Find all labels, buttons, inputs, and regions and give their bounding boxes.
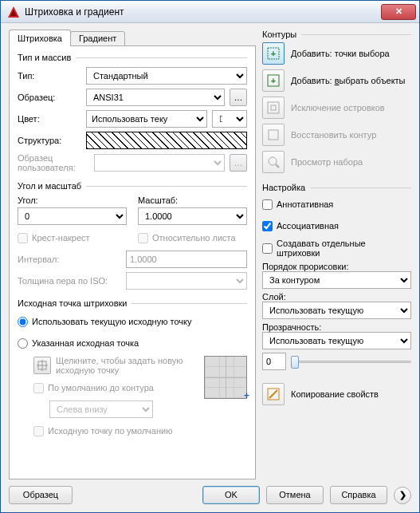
origin-group-title: Исходная точка штриховки (18, 298, 127, 308)
swatch-preview[interactable] (86, 132, 247, 149)
custom-pattern-label: Образец пользователя: (18, 153, 89, 172)
inherit-properties-label: Копирование свойств (291, 389, 411, 400)
islands-icon (266, 101, 281, 115)
view-selection-label: Просмотр набора (291, 157, 411, 168)
transparency-combo[interactable]: Использовать текущую (262, 332, 411, 349)
draw-order-label: Порядок прорисовки: (262, 262, 411, 271)
svg-text:+: + (271, 49, 276, 58)
crosshair-icon (37, 360, 48, 371)
tab-panel: Тип и массив Тип: Стандартный Образец: A… (9, 45, 256, 479)
settings-title: Настройка (262, 183, 305, 192)
interval-input (126, 251, 247, 268)
boundaries-title: Контуры (262, 30, 296, 39)
bg-color-combo[interactable]: ☐ (212, 110, 247, 128)
pattern-label: Образец: (18, 93, 81, 102)
angle-combo[interactable]: 0 (18, 207, 127, 225)
cross-checkbox: Крест-накрест (18, 233, 127, 243)
svg-rect-11 (269, 130, 278, 140)
default-to-boundary-checkbox: По умолчанию до контура (33, 379, 198, 397)
pattern-combo[interactable]: ANSI31 (86, 89, 225, 106)
transparency-label: Прозрачность: (262, 322, 411, 332)
type-label: Тип: (18, 71, 81, 81)
pick-origin-button (33, 357, 51, 374)
tab-strip: Штриховка Градиент (9, 30, 256, 46)
svg-rect-9 (268, 102, 279, 113)
add-pick-points-label: Добавить: точки выбора (291, 49, 411, 59)
svg-text:+: + (271, 76, 276, 85)
color-combo[interactable]: Использовать теку (86, 110, 207, 128)
iso-combo (126, 272, 247, 290)
origin-current-radio[interactable]: Использовать текущую исходную точку (18, 313, 247, 330)
magnifier-icon (266, 155, 281, 169)
preview-button[interactable]: Образец (9, 486, 73, 504)
draw-order-combo[interactable]: За контуром (262, 271, 411, 289)
angle-group-title: Угол и масштаб (18, 181, 81, 191)
view-selection-button (262, 151, 285, 173)
add-select-objects-label: Добавить: выбрать объекты (291, 76, 411, 86)
add-pick-points-button[interactable]: + (262, 42, 285, 65)
angle-label: Угол: (18, 195, 127, 205)
layer-combo[interactable]: Использовать текущую (262, 302, 411, 319)
inherit-properties-button[interactable] (262, 383, 285, 405)
remove-islands-button (262, 97, 285, 119)
titlebar: Штриховка и градиент ✕ (1, 1, 419, 23)
annotative-checkbox[interactable]: Аннотативная (262, 195, 411, 213)
svg-line-15 (269, 390, 277, 398)
pick-origin-hint: Щелкните, чтобы задать новую исходную то… (56, 356, 198, 375)
scale-combo[interactable]: 1.0000 (138, 207, 247, 225)
color-label: Цвет: (18, 114, 81, 124)
tab-hatch[interactable]: Штриховка (9, 30, 71, 46)
expand-button[interactable]: ❯ (394, 487, 411, 504)
custom-browse-button: … (230, 154, 247, 172)
associative-checkbox[interactable]: Ассоциативная (262, 217, 411, 235)
add-select-objects-button[interactable]: + (262, 69, 285, 92)
recreate-icon (266, 128, 281, 142)
structure-label: Структура: (18, 136, 81, 145)
inherit-icon (266, 387, 281, 401)
layer-label: Слой: (262, 292, 411, 302)
custom-pattern-combo (94, 154, 225, 172)
relative-checkbox: Относительно листа (138, 233, 247, 243)
scale-label: Масштаб: (138, 195, 247, 205)
recreate-boundary-button (262, 124, 285, 146)
select-objects-icon: + (266, 73, 281, 88)
separate-hatches-checkbox[interactable]: Создавать отдельные штриховки (262, 239, 411, 258)
type-combo[interactable]: Стандартный (86, 67, 247, 85)
svg-line-13 (276, 164, 279, 168)
iso-label: Толщина пера по ISO: (18, 276, 121, 286)
window-title: Штриховка и градиент (25, 6, 381, 18)
svg-rect-10 (271, 105, 276, 110)
transparency-value-input[interactable] (262, 353, 286, 370)
origin-position-combo: Слева внизу (49, 401, 153, 418)
footer: Образец OK Отмена Справка ❯ (9, 479, 411, 504)
origin-preview (204, 356, 247, 399)
transparency-slider[interactable] (291, 354, 411, 369)
app-icon (7, 6, 20, 18)
recreate-boundary-label: Восстановить контур (291, 130, 411, 140)
origin-specified-radio[interactable]: Указанная исходная точка (18, 334, 247, 352)
pattern-browse-button[interactable]: … (230, 89, 247, 106)
store-default-checkbox: Исходную точку по умолчанию (33, 422, 198, 440)
interval-label: Интервал: (18, 255, 121, 264)
remove-islands-label: Исключение островков (291, 103, 411, 113)
pick-points-icon: + (266, 46, 281, 61)
help-button[interactable]: Справка (330, 486, 387, 504)
tab-gradient[interactable]: Градиент (70, 31, 125, 46)
dialog-window: Штриховка и градиент ✕ Штриховка Градиен… (0, 0, 420, 513)
close-button[interactable]: ✕ (381, 4, 416, 20)
svg-point-12 (269, 157, 277, 165)
cancel-button[interactable]: Отмена (266, 486, 324, 504)
ok-button[interactable]: OK (202, 486, 260, 504)
type-group-title: Тип и массив (18, 53, 71, 62)
